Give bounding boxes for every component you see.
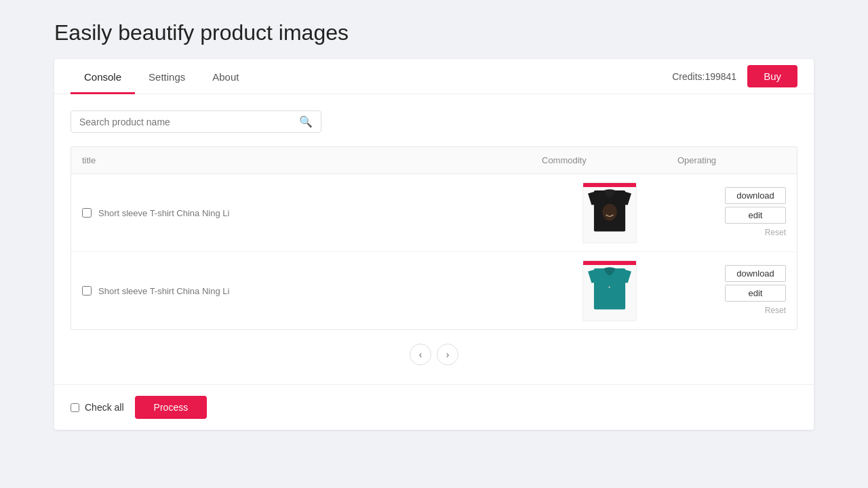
table-row: Short sleeve T-shirt China Ning Li: [71, 174, 797, 252]
row1-checkbox[interactable]: [82, 208, 92, 218]
row2-edit-button[interactable]: edit: [725, 285, 786, 302]
search-input[interactable]: [79, 117, 299, 127]
next-page-button[interactable]: ›: [437, 344, 458, 365]
col-header-commodity: Commodity: [542, 155, 677, 165]
footer-bar: Check all Process: [54, 384, 814, 430]
check-all-label[interactable]: Check all: [71, 402, 124, 413]
svg-point-3: [602, 204, 616, 221]
table-header: title Commodity Operating: [71, 147, 797, 174]
content-area: 🔍 title Commodity Operating Short sleeve…: [54, 94, 814, 384]
tab-console[interactable]: Console: [71, 59, 135, 94]
row1-operating: download edit Reset: [677, 187, 786, 239]
prev-page-button[interactable]: ‹: [410, 344, 431, 365]
row2-title-cell: Short sleeve T-shirt China Ning Li: [82, 286, 542, 296]
table-row: Short sleeve T-shirt China Ning Li: [71, 252, 797, 329]
row1-download-button[interactable]: download: [725, 187, 786, 204]
tab-about[interactable]: About: [199, 59, 252, 94]
main-card: Console Settings About Credits:199841 Bu…: [54, 59, 814, 430]
buy-button[interactable]: Buy: [747, 65, 797, 87]
search-icon: 🔍: [299, 115, 313, 128]
row1-title-cell: Short sleeve T-shirt China Ning Li: [82, 208, 542, 218]
pagination: ‹ ›: [71, 344, 797, 365]
row2-operating: download edit Reset: [677, 265, 786, 317]
row1-reset-button[interactable]: Reset: [765, 226, 786, 239]
row1-title: Short sleeve T-shirt China Ning Li: [98, 208, 229, 218]
svg-text:✦: ✦: [608, 285, 611, 289]
process-button[interactable]: Process: [135, 396, 208, 419]
row2-product-image: ✦: [583, 260, 637, 321]
tshirt-svg-black: [585, 186, 634, 240]
col-header-operating: Operating: [677, 155, 786, 165]
credits-display: Credits:199841: [672, 71, 736, 82]
row2-checkbox[interactable]: [82, 286, 92, 296]
page-title: Easily beautify product images: [54, 20, 814, 45]
search-bar: 🔍: [71, 110, 321, 133]
product-table: title Commodity Operating Short sleeve T…: [71, 146, 797, 330]
row1-product-image: [583, 182, 637, 243]
row2-commodity: ✦: [542, 260, 677, 321]
check-all-text: Check all: [85, 402, 124, 413]
tab-settings[interactable]: Settings: [135, 59, 199, 94]
nav-bar: Console Settings About Credits:199841 Bu…: [54, 59, 814, 94]
nav-right: Credits:199841 Buy: [672, 65, 797, 87]
row2-download-button[interactable]: download: [725, 265, 786, 282]
row2-reset-button[interactable]: Reset: [765, 304, 786, 317]
nav-tabs: Console Settings About: [71, 59, 252, 94]
image-stripe: [583, 183, 636, 187]
check-all-checkbox[interactable]: [71, 403, 79, 412]
image-stripe-2: [583, 261, 636, 265]
row1-commodity: [542, 182, 677, 243]
tshirt-svg-teal: ✦: [585, 264, 634, 318]
row1-edit-button[interactable]: edit: [725, 207, 786, 224]
row2-title: Short sleeve T-shirt China Ning Li: [98, 286, 229, 296]
col-header-title: title: [82, 155, 542, 165]
